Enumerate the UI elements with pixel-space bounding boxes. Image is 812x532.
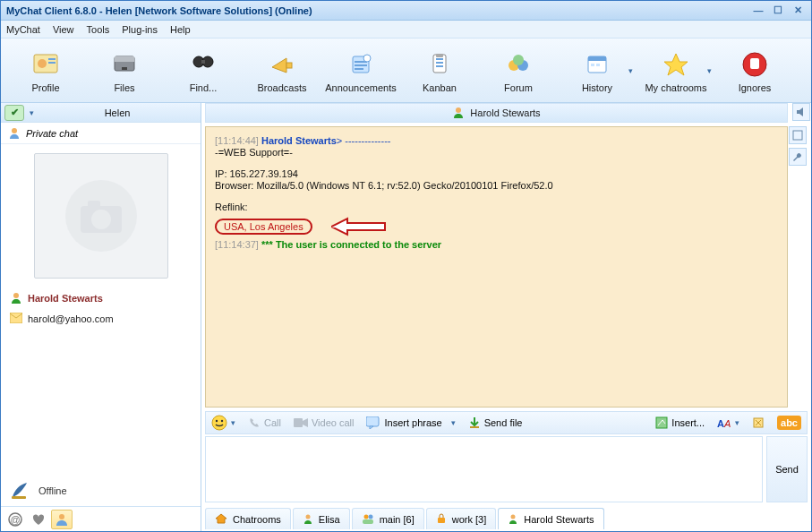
call-button[interactable]: Call	[248, 416, 281, 429]
toolbar-label: Find...	[190, 82, 218, 93]
svg-point-62	[511, 514, 516, 519]
svg-text:A: A	[717, 418, 724, 429]
svg-marker-26	[664, 54, 688, 75]
status-ok-button[interactable]: ✔	[4, 105, 24, 121]
tab-chatrooms[interactable]: Chatrooms	[205, 508, 291, 529]
quill-icon	[10, 480, 30, 502]
current-user-name: Helen	[34, 107, 201, 118]
wrench-icon[interactable]	[789, 148, 807, 166]
square-icon[interactable]	[789, 126, 807, 144]
minimize-button[interactable]: —	[750, 4, 766, 17]
message-input[interactable]	[205, 436, 763, 502]
svg-rect-51	[470, 426, 479, 428]
tab-label: Elisa	[319, 514, 340, 525]
blank-line	[215, 159, 778, 167]
offline-row[interactable]: Offline	[1, 476, 201, 506]
sys-timestamp: [11:14:37]	[215, 239, 259, 250]
at-icon[interactable]: @	[4, 510, 26, 529]
maximize-button[interactable]: ☐	[770, 4, 786, 17]
star-icon	[660, 48, 692, 81]
toolbar-label: Broadcasts	[257, 82, 306, 93]
toolbar-announcements[interactable]: Announcements	[321, 40, 400, 100]
clear-button[interactable]	[752, 416, 765, 429]
svg-text:A: A	[723, 418, 731, 429]
chevron-down-icon: ▾	[707, 66, 712, 75]
toolbar-profile[interactable]: Profile	[6, 40, 85, 100]
heart-icon[interactable]	[28, 510, 49, 529]
chat-log[interactable]: [11:14:44] Harold Stewarts> ------------…	[205, 126, 788, 408]
avatar-placeholder	[34, 153, 168, 279]
svg-rect-16	[436, 62, 443, 64]
svg-point-59	[368, 514, 372, 519]
tab-label: Chatrooms	[233, 514, 281, 525]
menu-plugins[interactable]: Plug-ins	[122, 24, 158, 35]
insert-phrase-button[interactable]: Insert phrase▾	[366, 416, 455, 429]
svg-marker-56	[216, 514, 227, 523]
svg-point-21	[513, 55, 524, 65]
right-panel: Harold Stewarts [11:14:44] Harold Stewar…	[201, 103, 811, 531]
send-file-button[interactable]: Send file	[468, 416, 523, 429]
toolbar-label: Forum	[504, 82, 533, 93]
svg-point-13	[363, 55, 371, 62]
svg-point-46	[221, 420, 223, 422]
toolbar-kanban[interactable]: Kanban	[400, 40, 479, 100]
svg-point-45	[216, 420, 218, 422]
private-chat-section[interactable]: Private chat	[1, 123, 201, 144]
left-header: ✔ ▾ Helen	[1, 103, 201, 123]
svg-rect-9	[201, 60, 205, 64]
spellcheck-button[interactable]: abc	[777, 416, 801, 430]
chevron-down-icon: ▾	[451, 418, 456, 427]
sys-message: *** The user is connected to the server	[261, 239, 441, 250]
svg-rect-23	[588, 56, 606, 61]
toolbar-history[interactable]: History ▾	[558, 40, 637, 100]
menu-help[interactable]: Help	[170, 24, 191, 35]
toolbar-find[interactable]: Find...	[164, 40, 243, 100]
menu-mychat[interactable]: MyChat	[6, 24, 40, 35]
speaker-icon[interactable]	[792, 103, 810, 121]
menu-tools[interactable]: Tools	[87, 24, 110, 35]
svg-rect-18	[436, 54, 443, 57]
toolbar-my-chatrooms[interactable]: My chatrooms ▾	[637, 40, 715, 100]
close-button[interactable]: ✕	[790, 4, 806, 17]
kanban-icon	[423, 48, 456, 81]
tab-main[interactable]: main [6]	[352, 508, 424, 529]
toolbar-broadcasts[interactable]: Broadcasts	[243, 40, 321, 100]
toolbar-ignores[interactable]: Ignores	[715, 40, 794, 100]
svg-rect-61	[438, 518, 445, 523]
send-button[interactable]: Send	[766, 436, 808, 502]
tab-elisa[interactable]: Elisa	[293, 508, 350, 529]
contact-email-row[interactable]: harold@yahoo.com	[1, 309, 201, 329]
svg-point-44	[212, 416, 227, 430]
tab-harold[interactable]: Harold Stewarts	[498, 508, 603, 529]
left-panel: ✔ ▾ Helen Private chat Harold Stewarts h…	[1, 103, 201, 531]
svg-point-1	[38, 59, 47, 68]
svg-rect-49	[366, 416, 379, 426]
toolbar-forum[interactable]: Forum	[479, 40, 558, 100]
svg-rect-24	[591, 64, 594, 66]
emoji-button[interactable]: ▾	[211, 415, 235, 431]
chevron-down-icon: ▾	[628, 66, 633, 75]
toolbar-files[interactable]: Files	[85, 40, 164, 100]
svg-point-29	[12, 128, 17, 133]
svg-point-57	[305, 514, 310, 519]
svg-marker-42	[331, 219, 385, 235]
arrow-annotation-icon	[331, 217, 394, 238]
contact-email: harold@yahoo.com	[28, 313, 114, 324]
call-label: Call	[264, 417, 281, 428]
font-button[interactable]: AA▾	[717, 416, 739, 429]
person-tab-icon[interactable]	[51, 510, 73, 529]
insert-label: Insert...	[671, 417, 705, 428]
insert-button[interactable]: Insert...	[655, 416, 705, 429]
menu-view[interactable]: View	[53, 24, 74, 35]
insert-phrase-label: Insert phrase	[384, 417, 441, 428]
svg-rect-52	[656, 417, 667, 428]
menu-bar: MyChat View Tools Plug-ins Help	[1, 21, 811, 39]
msg-line: -=WEB Support=-	[215, 147, 778, 158]
side-tools	[791, 103, 811, 123]
tab-work[interactable]: work [3]	[426, 508, 497, 529]
avatar-container	[1, 144, 201, 287]
conversation-header: Harold Stewarts	[205, 103, 788, 123]
video-call-button[interactable]: Video call	[294, 417, 355, 428]
person-green-icon	[10, 291, 22, 305]
toolbar-label: Announcements	[325, 82, 397, 93]
